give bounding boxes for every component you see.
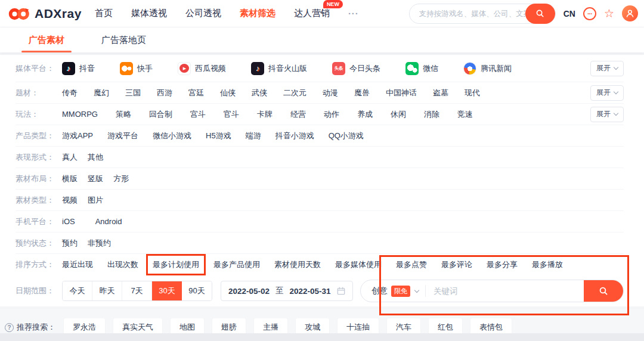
filter-option[interactable]: 现代 bbox=[465, 88, 480, 98]
platform-label: 西瓜视频 bbox=[195, 63, 226, 74]
keyword-input[interactable] bbox=[434, 287, 584, 296]
filter-option[interactable]: 最多产品使用 bbox=[213, 259, 260, 270]
filter-option[interactable]: 横版 bbox=[62, 173, 78, 184]
filter-option[interactable]: H5游戏 bbox=[206, 131, 231, 141]
nav-item[interactable]: 公司透视 bbox=[185, 8, 221, 19]
chevron-down-icon[interactable] bbox=[414, 287, 419, 292]
filter-option[interactable]: 真人 bbox=[62, 152, 78, 163]
footer-strip bbox=[0, 333, 644, 341]
calendar-icon bbox=[337, 287, 345, 295]
language-switch[interactable]: CN bbox=[564, 9, 575, 18]
tab-广告素材[interactable]: 广告素材 bbox=[29, 27, 64, 52]
date-preset-30天[interactable]: 30天 bbox=[152, 281, 182, 300]
platform-huoshan[interactable]: 抖音火山版 bbox=[251, 62, 307, 75]
nav-item[interactable]: 达人营销NEW bbox=[294, 8, 330, 19]
filter-option[interactable]: 最多播放 bbox=[532, 259, 563, 270]
divider bbox=[425, 285, 426, 297]
filter-option[interactable]: 竞速 bbox=[457, 109, 473, 120]
filter-option[interactable]: Android bbox=[95, 217, 122, 226]
filter-option[interactable]: 经营 bbox=[290, 109, 306, 120]
platform-xigua[interactable]: 西瓜视频 bbox=[178, 62, 226, 75]
filter-row-label: 日期范围： bbox=[16, 286, 62, 296]
date-preset-90天[interactable]: 90天 bbox=[182, 281, 212, 300]
filter-option[interactable]: 官斗 bbox=[224, 109, 239, 120]
filter-option[interactable]: 中国神话 bbox=[386, 88, 417, 98]
filter-option[interactable]: 最多媒体使用 bbox=[335, 259, 382, 270]
filter-option[interactable]: 预约 bbox=[62, 238, 78, 249]
date-preset-今天[interactable]: 今天 bbox=[63, 281, 92, 300]
tencent-news-icon bbox=[463, 62, 476, 75]
date-preset-昨天[interactable]: 昨天 bbox=[92, 281, 122, 300]
platform-wechat[interactable]: 微信 bbox=[405, 62, 438, 75]
filter-option[interactable]: 回合制 bbox=[149, 109, 172, 120]
filter-option[interactable]: MMORPG bbox=[62, 110, 98, 119]
filter-option[interactable]: 微信小游戏 bbox=[153, 131, 191, 141]
filter-option[interactable]: 宫廷 bbox=[188, 88, 204, 98]
expand-button[interactable]: 展开 bbox=[590, 61, 624, 76]
filter-option[interactable]: 方形 bbox=[113, 173, 129, 184]
filter-option[interactable]: 武侠 bbox=[252, 88, 267, 98]
date-range-input[interactable]: 2022-05-02 至 2022-05-31 bbox=[221, 281, 353, 301]
filter-option[interactable]: iOS bbox=[62, 217, 75, 226]
filter-option[interactable]: 最多点赞 bbox=[396, 259, 427, 270]
filter-option[interactable]: 策略 bbox=[116, 109, 131, 120]
app-logo[interactable]: ADXray bbox=[8, 6, 82, 21]
filter-option[interactable]: 休闲 bbox=[391, 109, 406, 120]
keyword-category[interactable]: 创意 bbox=[371, 286, 388, 296]
filter-option[interactable]: 其他 bbox=[88, 152, 103, 163]
filter-option[interactable]: 图片 bbox=[88, 195, 103, 206]
date-preset-7天[interactable]: 7天 bbox=[122, 281, 152, 300]
xigua-icon bbox=[178, 62, 191, 75]
global-search-input[interactable] bbox=[410, 10, 532, 18]
filter-option[interactable]: 最多计划使用 bbox=[153, 259, 199, 270]
nav-item[interactable]: ··· bbox=[348, 8, 359, 18]
help-icon[interactable]: ? bbox=[5, 323, 14, 332]
platform-douyin[interactable]: 抖音 bbox=[62, 62, 95, 75]
filter-option[interactable]: 非预约 bbox=[88, 238, 111, 249]
filter-option[interactable]: 西游 bbox=[157, 88, 172, 98]
filter-option[interactable]: 最多评论 bbox=[441, 259, 472, 270]
keyword-search-button[interactable] bbox=[584, 280, 623, 302]
filter-option[interactable]: 盗墓 bbox=[433, 88, 448, 98]
filter-option[interactable]: 动作 bbox=[324, 109, 339, 120]
filter-option[interactable]: 素材使用天数 bbox=[274, 259, 321, 270]
filter-option[interactable]: 竖版 bbox=[88, 173, 103, 184]
platform-kuaishou[interactable]: 快手 bbox=[120, 62, 153, 75]
platform-toutiao[interactable]: 头条今日头条 bbox=[332, 62, 380, 75]
filter-option[interactable]: 动漫 bbox=[323, 88, 338, 98]
filter-option[interactable]: 魔兽 bbox=[354, 88, 370, 98]
user-avatar[interactable] bbox=[622, 5, 638, 21]
tab-广告落地页[interactable]: 广告落地页 bbox=[101, 27, 146, 52]
message-icon[interactable]: ··· bbox=[583, 7, 596, 20]
nav-item[interactable]: 素材筛选 bbox=[240, 8, 275, 19]
filter-option[interactable]: QQ小游戏 bbox=[329, 131, 364, 141]
filter-option[interactable]: 传奇 bbox=[62, 88, 78, 98]
filter-option[interactable]: 游戏平台 bbox=[107, 131, 138, 141]
filter-option[interactable]: 消除 bbox=[424, 109, 439, 120]
filter-option[interactable]: 三国 bbox=[125, 88, 141, 98]
filter-option[interactable]: 二次元 bbox=[283, 88, 306, 98]
platform-tencent-news[interactable]: 腾讯新闻 bbox=[463, 62, 512, 75]
platform-label: 抖音火山版 bbox=[268, 63, 307, 74]
filter-option[interactable]: 出现次数 bbox=[107, 259, 138, 270]
filter-option[interactable]: 游戏APP bbox=[62, 131, 93, 141]
filter-options: 最近出现出现次数最多计划使用最多产品使用素材使用天数最多媒体使用最多点赞最多评论… bbox=[62, 259, 563, 270]
filter-option[interactable]: 最多分享 bbox=[487, 259, 518, 270]
filter-option[interactable]: 宫斗 bbox=[190, 109, 206, 120]
filter-option[interactable]: 最近出现 bbox=[62, 259, 93, 270]
expand-button[interactable]: 展开 bbox=[590, 85, 624, 101]
platform-label: 抖音 bbox=[79, 63, 95, 74]
filter-option[interactable]: 抖音小游戏 bbox=[275, 131, 314, 141]
nav-item[interactable]: 媒体透视 bbox=[131, 8, 167, 19]
filter-option[interactable]: 视频 bbox=[62, 195, 78, 206]
filter-option[interactable]: 魔幻 bbox=[94, 88, 109, 98]
filter-option[interactable]: 仙侠 bbox=[220, 88, 236, 98]
favorite-star-icon[interactable]: ☆ bbox=[604, 8, 614, 19]
global-search-button[interactable] bbox=[525, 4, 555, 24]
nav-item[interactable]: 首页 bbox=[95, 8, 113, 19]
filter-option[interactable]: 卡牌 bbox=[257, 109, 273, 120]
filter-option[interactable]: 养成 bbox=[357, 109, 373, 120]
filter-option[interactable]: 端游 bbox=[246, 131, 261, 141]
expand-button[interactable]: 展开 bbox=[590, 107, 624, 122]
filter-row-label: 媒体平台： bbox=[16, 63, 62, 74]
